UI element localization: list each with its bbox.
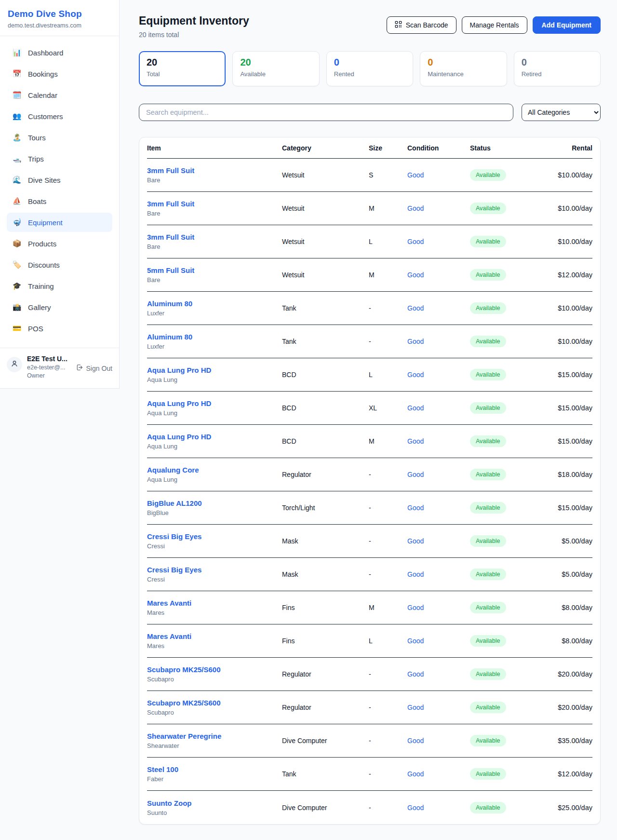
condition-link[interactable]: Good bbox=[407, 670, 424, 678]
condition-cell: Good bbox=[407, 204, 470, 212]
item-name-link[interactable]: 3mm Full Suit bbox=[147, 166, 282, 175]
condition-link[interactable]: Good bbox=[407, 570, 424, 578]
size-cell: M bbox=[369, 437, 407, 445]
stat-card-available[interactable]: 20Available bbox=[232, 51, 319, 86]
sidebar-item-trips[interactable]: 🛥️Trips bbox=[7, 149, 112, 168]
stat-card-total[interactable]: 20Total bbox=[139, 51, 226, 86]
sidebar-item-calendar[interactable]: 🗓️Calendar bbox=[7, 85, 112, 105]
item-name-link[interactable]: Shearwater Peregrine bbox=[147, 732, 282, 740]
item-name-link[interactable]: Cressi Big Eyes bbox=[147, 532, 282, 541]
condition-link[interactable]: Good bbox=[407, 637, 424, 645]
sidebar-item-label: Calendar bbox=[28, 91, 57, 99]
sidebar-item-gallery[interactable]: 📸Gallery bbox=[7, 298, 112, 317]
item-brand: Faber bbox=[147, 775, 282, 783]
condition-cell: Good bbox=[407, 238, 470, 245]
item-name-link[interactable]: Cressi Big Eyes bbox=[147, 566, 282, 574]
condition-link[interactable]: Good bbox=[407, 404, 424, 412]
size-cell: L bbox=[369, 238, 407, 245]
item-name-link[interactable]: Aqua Lung Pro HD bbox=[147, 366, 282, 374]
item-brand: Mares bbox=[147, 609, 282, 616]
condition-link[interactable]: Good bbox=[407, 304, 424, 312]
item-cell: Scubapro MK25/S600Scubapro bbox=[147, 699, 282, 716]
rental-cell: $15.00/day bbox=[545, 437, 592, 445]
item-name-link[interactable]: Aluminum 80 bbox=[147, 299, 282, 308]
status-badge: Available bbox=[470, 402, 506, 414]
item-brand: Bare bbox=[147, 210, 282, 217]
sidebar-item-equipment[interactable]: 🤿Equipment bbox=[7, 213, 112, 232]
item-name-link[interactable]: Aqua Lung Pro HD bbox=[147, 399, 282, 407]
category-cell: Wetsuit bbox=[282, 171, 369, 179]
item-name-link[interactable]: Suunto Zoop bbox=[147, 799, 282, 807]
condition-link[interactable]: Good bbox=[407, 804, 424, 812]
stat-card-maintenance[interactable]: 0Maintenance bbox=[420, 51, 507, 86]
condition-link[interactable]: Good bbox=[407, 537, 424, 545]
item-brand: Luxfer bbox=[147, 310, 282, 317]
bookings-icon: 📅 bbox=[12, 69, 22, 78]
condition-link[interactable]: Good bbox=[407, 171, 424, 179]
condition-cell: Good bbox=[407, 504, 470, 512]
item-name-link[interactable]: Steel 100 bbox=[147, 765, 282, 773]
condition-cell: Good bbox=[407, 471, 470, 478]
rental-price: $20.00/day bbox=[558, 704, 592, 711]
condition-link[interactable]: Good bbox=[407, 770, 424, 778]
sidebar-item-discounts[interactable]: 🏷️Discounts bbox=[7, 255, 112, 274]
category-select[interactable]: All Categories bbox=[522, 104, 601, 121]
item-name-link[interactable]: Scubapro MK25/S600 bbox=[147, 699, 282, 707]
size-cell: - bbox=[369, 471, 407, 478]
rental-cell: $12.00/day bbox=[545, 271, 592, 279]
sidebar-item-customers[interactable]: 👥Customers bbox=[7, 107, 112, 126]
rental-price: $20.00/day bbox=[558, 670, 592, 678]
sidebar-item-bookings[interactable]: 📅Bookings bbox=[7, 64, 112, 83]
sidebar-item-dive-sites[interactable]: 🌊Dive Sites bbox=[7, 170, 112, 190]
condition-link[interactable]: Good bbox=[407, 338, 424, 345]
table-row: Mares AvantiMaresFinsLGoodAvailable$8.00… bbox=[147, 624, 592, 658]
condition-link[interactable]: Good bbox=[407, 437, 424, 445]
table-row: Aluminum 80LuxferTank-GoodAvailable$10.0… bbox=[147, 292, 592, 325]
status-badge: Available bbox=[470, 602, 506, 613]
item-name-link[interactable]: Mares Avanti bbox=[147, 632, 282, 640]
condition-link[interactable]: Good bbox=[407, 737, 424, 745]
item-name-link[interactable]: 3mm Full Suit bbox=[147, 233, 282, 241]
condition-link[interactable]: Good bbox=[407, 504, 424, 512]
stat-card-rented[interactable]: 0Rented bbox=[326, 51, 413, 86]
condition-link[interactable]: Good bbox=[407, 604, 424, 611]
condition-cell: Good bbox=[407, 604, 470, 611]
condition-cell: Good bbox=[407, 637, 470, 645]
manage-rentals-button[interactable]: Manage Rentals bbox=[462, 16, 527, 34]
sidebar-item-training[interactable]: 🎓Training bbox=[7, 276, 112, 296]
condition-link[interactable]: Good bbox=[407, 371, 424, 379]
sidebar-item-pos[interactable]: 💳POS bbox=[7, 319, 112, 338]
item-name-link[interactable]: Mares Avanti bbox=[147, 599, 282, 607]
item-name-link[interactable]: 3mm Full Suit bbox=[147, 200, 282, 208]
item-name-link[interactable]: 5mm Full Suit bbox=[147, 266, 282, 274]
stat-card-retired[interactable]: 0Retired bbox=[514, 51, 601, 86]
add-equipment-button[interactable]: Add Equipment bbox=[533, 16, 601, 34]
item-name-link[interactable]: Aqualung Core bbox=[147, 466, 282, 474]
item-name-link[interactable]: BigBlue AL1200 bbox=[147, 499, 282, 507]
main-content: Equipment Inventory 20 items total Scan … bbox=[120, 0, 617, 825]
item-cell: Suunto ZoopSuunto bbox=[147, 799, 282, 816]
item-name-link[interactable]: Aqua Lung Pro HD bbox=[147, 433, 282, 441]
equipment-icon: 🤿 bbox=[12, 218, 22, 227]
column-header-category: Category bbox=[282, 144, 369, 152]
condition-link[interactable]: Good bbox=[407, 471, 424, 478]
item-name-link[interactable]: Aluminum 80 bbox=[147, 333, 282, 341]
item-brand: Aqua Lung bbox=[147, 476, 282, 483]
rental-price: $18.00/day bbox=[558, 471, 592, 478]
table-row: 3mm Full SuitBareWetsuitMGoodAvailable$1… bbox=[147, 192, 592, 225]
sidebar-item-tours[interactable]: 🏝️Tours bbox=[7, 128, 112, 147]
sign-out-button[interactable]: Sign Out bbox=[76, 364, 112, 373]
condition-link[interactable]: Good bbox=[407, 204, 424, 212]
search-input[interactable] bbox=[139, 104, 513, 121]
sidebar-item-dashboard[interactable]: 📊Dashboard bbox=[7, 43, 112, 62]
condition-link[interactable]: Good bbox=[407, 238, 424, 245]
condition-link[interactable]: Good bbox=[407, 271, 424, 279]
scan-barcode-button[interactable]: Scan Barcode bbox=[387, 16, 456, 34]
brand-name: Demo Dive Shop bbox=[8, 9, 111, 19]
item-name-link[interactable]: Scubapro MK25/S600 bbox=[147, 665, 282, 674]
sidebar-item-boats[interactable]: ⛵Boats bbox=[7, 191, 112, 211]
item-cell: Cressi Big EyesCressi bbox=[147, 566, 282, 583]
sidebar-item-products[interactable]: 📦Products bbox=[7, 234, 112, 253]
condition-link[interactable]: Good bbox=[407, 704, 424, 711]
status-cell: Available bbox=[470, 236, 545, 247]
